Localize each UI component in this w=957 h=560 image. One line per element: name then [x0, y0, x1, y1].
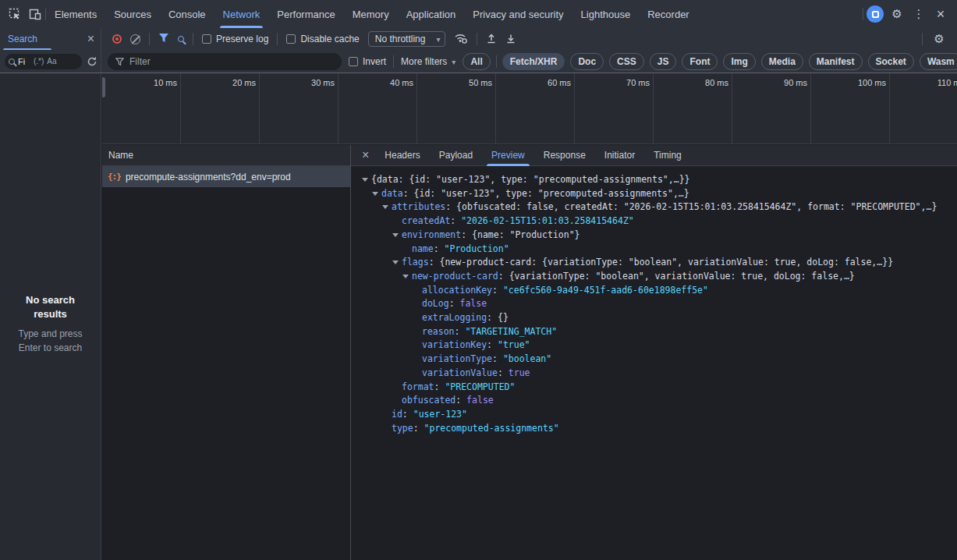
filter-pill-fetch-xhr[interactable]: Fetch/XHR	[502, 53, 565, 70]
filter-pill-doc[interactable]: Doc	[570, 53, 604, 70]
device-toolbar-icon[interactable]	[25, 4, 45, 24]
timeline-tick: 40 ms	[338, 73, 417, 144]
tree-line[interactable]: variationKey"true"	[413, 338, 957, 353]
tree-line[interactable]: environment{name: "Production"}	[392, 229, 957, 243]
expander-icon[interactable]	[402, 270, 412, 284]
network-settings-gear-icon[interactable]	[929, 29, 949, 49]
preview-tab-payload[interactable]: Payload	[438, 145, 474, 166]
inspect-element-icon[interactable]	[5, 4, 25, 24]
ai-assistant-icon[interactable]	[865, 4, 885, 24]
throttling-select[interactable]: No throttling	[368, 31, 446, 47]
overview-scrollbar-thumb[interactable]	[102, 77, 105, 97]
search-panel-tab[interactable]: Search	[8, 34, 37, 44]
filter-pill-js[interactable]: JS	[650, 53, 677, 70]
expander-icon[interactable]	[392, 256, 402, 270]
close-detail-pane-icon[interactable]	[362, 148, 369, 162]
checkbox[interactable]	[202, 34, 211, 44]
preview-tab-response[interactable]: Response	[542, 145, 587, 166]
tree-line[interactable]: flags{new-product-card: {variationType: …	[392, 256, 957, 270]
tree-line[interactable]: variationValuetrue	[413, 367, 957, 381]
tree-line[interactable]: name"Production"	[402, 243, 957, 257]
filter-pill-font[interactable]: Font	[682, 53, 718, 70]
tab-network[interactable]: Network	[214, 0, 269, 28]
expander-icon[interactable]	[362, 173, 371, 187]
tree-line[interactable]: type"precomputed-assignments"	[382, 422, 957, 436]
tree-line[interactable]: extraLogging{}	[413, 311, 957, 325]
chevron-down-icon	[436, 34, 440, 44]
filter-pill-socket[interactable]: Socket	[868, 53, 914, 70]
tree-line[interactable]: attributes{obfuscated: false, createdAt:…	[382, 200, 957, 214]
tab-memory[interactable]: Memory	[344, 0, 398, 28]
preview-tab-preview[interactable]: Preview	[490, 145, 526, 166]
request-row[interactable]: precompute-assignments?dd_env=prod	[102, 166, 350, 187]
invert-checkbox[interactable]: Invert	[349, 56, 386, 67]
expander-icon[interactable]	[372, 187, 381, 201]
tab-lighthouse[interactable]: Lighthouse	[572, 0, 640, 28]
filter-toggle-icon[interactable]	[158, 33, 169, 45]
close-search-panel-icon[interactable]	[87, 32, 94, 46]
tree-line[interactable]: allocationKey"ce6fc560-9a49-451f-aad6-60…	[413, 284, 957, 298]
tab-privacy-and-security[interactable]: Privacy and security	[464, 0, 572, 28]
tab-sources[interactable]: Sources	[105, 0, 160, 28]
filter-pill-img[interactable]: Img	[723, 53, 755, 70]
more-options-icon[interactable]	[909, 4, 929, 24]
search-input[interactable]	[18, 57, 30, 66]
timeline-tick: 30 ms	[260, 73, 338, 144]
network-filter-box[interactable]	[108, 53, 342, 70]
tree-line[interactable]: data{id: "user-123", type: "precomputed-…	[372, 187, 957, 201]
preview-tab-initiator[interactable]: Initiator	[603, 145, 636, 166]
tree-line[interactable]: doLogfalse	[413, 297, 957, 311]
filter-pill-manifest[interactable]: Manifest	[809, 53, 863, 70]
expander-icon[interactable]	[392, 229, 402, 243]
preview-tab-timing[interactable]: Timing	[652, 145, 683, 166]
expander-icon[interactable]	[382, 200, 392, 214]
more-filters-button[interactable]: More filters	[401, 56, 455, 67]
tree-line[interactable]: format"PRECOMPUTED"	[392, 381, 957, 395]
clear-network-log-icon[interactable]	[130, 34, 140, 44]
close-devtools-icon[interactable]	[930, 4, 951, 24]
network-overview-timeline[interactable]: 10 ms20 ms30 ms40 ms50 ms60 ms70 ms80 ms…	[102, 73, 957, 144]
import-har-icon[interactable]	[486, 33, 497, 46]
refresh-search-icon[interactable]	[85, 55, 99, 69]
settings-gear-icon[interactable]	[887, 4, 907, 24]
tree-line[interactable]: {data: {id: "user-123", type: "precomput…	[362, 173, 957, 187]
filter-pill-all[interactable]: All	[463, 53, 490, 70]
record-network-log-button[interactable]	[112, 34, 122, 44]
json-preview-tree: {data: {id: "user-123", type: "precomput…	[351, 166, 957, 560]
network-conditions-icon[interactable]	[454, 33, 468, 46]
filter-input[interactable]	[129, 56, 334, 67]
tree-line[interactable]: variationType"boolean"	[413, 353, 957, 367]
tree-line[interactable]: new-product-card{variationType: "boolean…	[402, 270, 957, 284]
request-detail-pane: Headers Payload Preview Response Initiat…	[351, 145, 957, 560]
checkbox[interactable]	[286, 34, 296, 44]
timeline-tick: 50 ms	[417, 73, 496, 144]
tab-performance[interactable]: Performance	[268, 0, 343, 28]
name-column-header[interactable]: Name	[108, 150, 133, 161]
match-case-toggle[interactable]: Aa	[47, 57, 56, 66]
tab-elements[interactable]: Elements	[46, 0, 105, 28]
preserve-log-checkbox[interactable]: Preserve log	[202, 34, 268, 44]
checkbox[interactable]	[349, 57, 358, 66]
disable-cache-checkbox[interactable]: Disable cache	[286, 34, 359, 44]
tab-recorder[interactable]: Recorder	[639, 0, 697, 28]
filter-icon	[115, 58, 124, 66]
divider	[149, 33, 150, 45]
tree-line[interactable]: obfuscatedfalse	[392, 394, 957, 408]
filter-pill-css[interactable]: CSS	[609, 53, 644, 70]
regex-toggle[interactable]: (.*)	[34, 57, 44, 66]
divider	[863, 8, 863, 20]
filter-pill-media[interactable]: Media	[761, 53, 803, 70]
tab-application[interactable]: Application	[398, 0, 465, 28]
filter-pill-wasm[interactable]: Wasm	[920, 53, 957, 70]
search-input-box[interactable]: (.*) Aa	[5, 54, 82, 69]
tree-line[interactable]: createdAt"2026-02-15T15:01:03.258415464Z…	[392, 214, 957, 229]
divider	[477, 33, 477, 45]
request-list-header[interactable]: Name	[102, 145, 350, 166]
search-network-icon[interactable]	[178, 36, 184, 42]
tree-line[interactable]: reason"TARGETING_MATCH"	[413, 325, 957, 339]
export-har-icon[interactable]	[505, 33, 516, 46]
tab-console[interactable]: Console	[160, 0, 214, 28]
preview-tab-headers[interactable]: Headers	[383, 145, 421, 166]
divider	[496, 55, 497, 68]
tree-line[interactable]: id"user-123"	[382, 408, 957, 422]
